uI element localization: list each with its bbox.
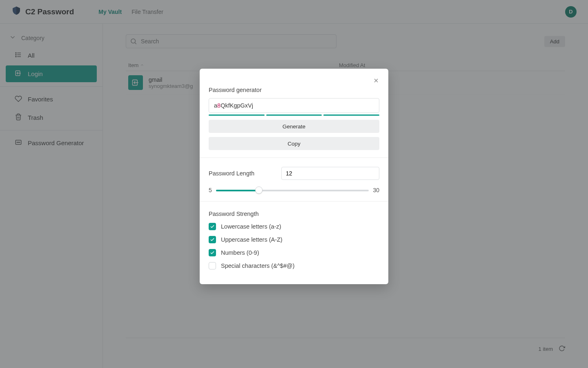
option-num: Numbers (0-9) bbox=[209, 249, 379, 256]
option-lower: Lowercase letters (a-z) bbox=[209, 223, 379, 230]
length-input[interactable] bbox=[281, 167, 379, 180]
length-min: 5 bbox=[209, 187, 212, 193]
modal-section-length: Password Length 5 30 bbox=[200, 157, 388, 201]
option-upper: Uppercase letters (A-Z) bbox=[209, 236, 379, 243]
length-label: Password Length bbox=[209, 170, 254, 177]
strength-label: Password Strength bbox=[209, 211, 379, 217]
option-spec: Special characters (&^$#@) bbox=[209, 262, 379, 269]
checkbox-lower[interactable] bbox=[209, 223, 216, 230]
option-label: Numbers (0-9) bbox=[221, 249, 259, 256]
checkbox-num[interactable] bbox=[209, 249, 216, 256]
length-max: 30 bbox=[373, 187, 379, 193]
option-label: Uppercase letters (A-Z) bbox=[221, 236, 283, 243]
password-generator-modal: Password generator a8QkfKgpGxVj Generate… bbox=[200, 69, 388, 284]
modal-section-strength: Password Strength Lowercase letters (a-z… bbox=[200, 201, 388, 284]
modal-overlay[interactable]: Password generator a8QkfKgpGxVj Generate… bbox=[0, 0, 588, 368]
close-button[interactable] bbox=[371, 76, 381, 86]
strength-meter bbox=[209, 114, 379, 116]
checkbox-spec[interactable] bbox=[209, 262, 216, 269]
option-label: Lowercase letters (a-z) bbox=[221, 223, 281, 230]
length-slider-wrap: 5 30 bbox=[209, 186, 379, 194]
option-label: Special characters (&^$#@) bbox=[221, 263, 294, 269]
generated-password-field[interactable]: a8QkfKgpGxVj bbox=[209, 98, 379, 113]
generate-button[interactable]: Generate bbox=[209, 120, 379, 133]
copy-button[interactable]: Copy bbox=[209, 137, 379, 150]
close-icon bbox=[373, 77, 379, 85]
checkbox-upper[interactable] bbox=[209, 236, 216, 243]
modal-section-generator: Password generator a8QkfKgpGxVj Generate… bbox=[200, 69, 388, 157]
length-slider[interactable] bbox=[216, 186, 369, 194]
modal-title: Password generator bbox=[209, 87, 379, 93]
